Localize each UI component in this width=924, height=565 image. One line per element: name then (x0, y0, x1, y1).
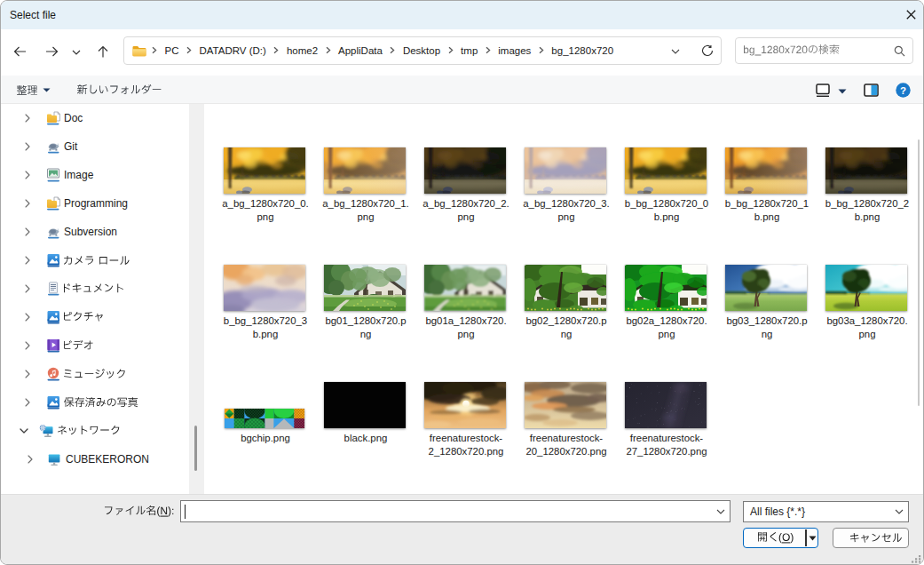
svg-text:?: ? (900, 85, 906, 96)
